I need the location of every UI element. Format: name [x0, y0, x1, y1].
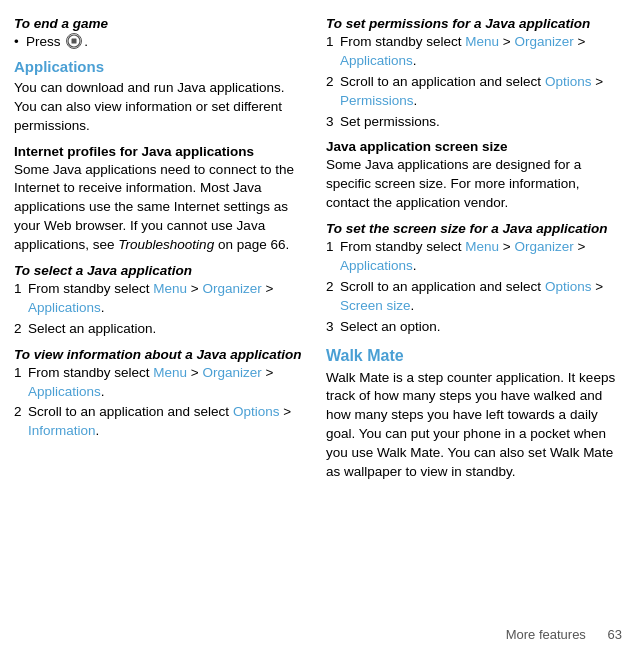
view-step2: 2 Scroll to an application and select Op…	[14, 403, 304, 441]
page: To end a game • Press . Applications You…	[0, 0, 636, 650]
troubleshooting-link: Troubleshooting	[118, 237, 214, 252]
end-game-icon	[66, 33, 82, 49]
bullet-symbol: •	[14, 33, 26, 52]
view-step1: 1 From standby select Menu > Organizer >…	[14, 364, 304, 402]
perm-step1: 1 From standby select Menu > Organizer >…	[326, 33, 622, 71]
game-end-text: Press .	[26, 33, 88, 52]
select-step1: 1 From standby select Menu > Organizer >…	[14, 280, 304, 318]
footer-page: 63	[608, 627, 622, 642]
select-step2: 2 Select an application.	[14, 320, 304, 339]
game-end-bullet: • Press .	[14, 33, 304, 52]
right-column: To set permissions for a Java applicatio…	[318, 0, 636, 650]
game-end-heading: To end a game	[14, 16, 304, 31]
screen-heading: To set the screen size for a Java applic…	[326, 221, 622, 236]
footer-text: More features	[506, 627, 586, 642]
applications-body: You can download and run Java applicatio…	[14, 79, 304, 136]
select-heading: To select a Java application	[14, 263, 304, 278]
screen-step2: 2 Scroll to an application and select Op…	[326, 278, 622, 316]
internet-body: Some Java applications need to connect t…	[14, 161, 304, 255]
perm-step3: 3 Set permissions.	[326, 113, 622, 132]
jscreen-heading: Java application screen size	[326, 139, 622, 154]
jscreen-body: Some Java applications are designed for …	[326, 156, 622, 213]
svg-rect-1	[72, 39, 77, 44]
applications-heading: Applications	[14, 58, 304, 75]
perm-step2: 2 Scroll to an application and select Op…	[326, 73, 622, 111]
walkmate-body: Walk Mate is a step counter application.…	[326, 369, 622, 482]
view-heading: To view information about a Java applica…	[14, 347, 304, 362]
left-column: To end a game • Press . Applications You…	[0, 0, 318, 650]
internet-heading: Internet profiles for Java applications	[14, 144, 304, 159]
screen-step1: 1 From standby select Menu > Organizer >…	[326, 238, 622, 276]
footer: More features 63	[506, 627, 622, 642]
walkmate-heading: Walk Mate	[326, 347, 622, 365]
screen-step3: 3 Select an option.	[326, 318, 622, 337]
perm-heading: To set permissions for a Java applicatio…	[326, 16, 622, 31]
